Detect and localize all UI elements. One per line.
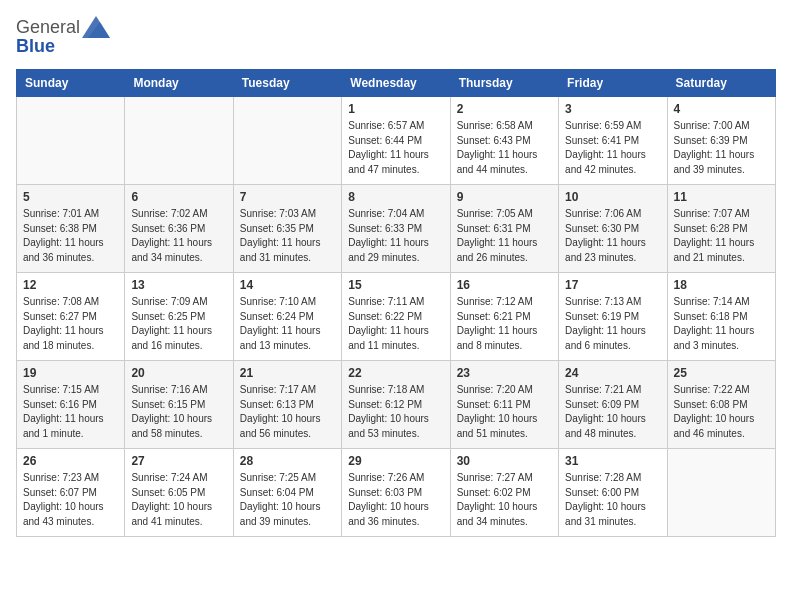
calendar-cell: 13Sunrise: 7:09 AM Sunset: 6:25 PM Dayli… (125, 273, 233, 361)
calendar-cell: 19Sunrise: 7:15 AM Sunset: 6:16 PM Dayli… (17, 361, 125, 449)
logo-blue-text: Blue (16, 36, 55, 57)
header-monday: Monday (125, 70, 233, 97)
day-info: Sunrise: 6:58 AM Sunset: 6:43 PM Dayligh… (457, 119, 552, 177)
calendar-table: SundayMondayTuesdayWednesdayThursdayFrid… (16, 69, 776, 537)
day-number: 26 (23, 454, 118, 468)
calendar-cell: 7Sunrise: 7:03 AM Sunset: 6:35 PM Daylig… (233, 185, 341, 273)
day-number: 3 (565, 102, 660, 116)
day-info: Sunrise: 7:25 AM Sunset: 6:04 PM Dayligh… (240, 471, 335, 529)
calendar-cell: 21Sunrise: 7:17 AM Sunset: 6:13 PM Dayli… (233, 361, 341, 449)
day-number: 12 (23, 278, 118, 292)
calendar-cell: 23Sunrise: 7:20 AM Sunset: 6:11 PM Dayli… (450, 361, 558, 449)
day-number: 5 (23, 190, 118, 204)
calendar-cell: 6Sunrise: 7:02 AM Sunset: 6:36 PM Daylig… (125, 185, 233, 273)
header-saturday: Saturday (667, 70, 775, 97)
day-info: Sunrise: 7:22 AM Sunset: 6:08 PM Dayligh… (674, 383, 769, 441)
calendar-cell (17, 97, 125, 185)
day-number: 30 (457, 454, 552, 468)
calendar-week-3: 12Sunrise: 7:08 AM Sunset: 6:27 PM Dayli… (17, 273, 776, 361)
logo-general: General (16, 17, 80, 38)
logo: General Blue (16, 16, 110, 57)
calendar-cell: 26Sunrise: 7:23 AM Sunset: 6:07 PM Dayli… (17, 449, 125, 537)
day-info: Sunrise: 7:15 AM Sunset: 6:16 PM Dayligh… (23, 383, 118, 441)
calendar-cell: 27Sunrise: 7:24 AM Sunset: 6:05 PM Dayli… (125, 449, 233, 537)
day-info: Sunrise: 7:02 AM Sunset: 6:36 PM Dayligh… (131, 207, 226, 265)
day-number: 6 (131, 190, 226, 204)
calendar-cell: 5Sunrise: 7:01 AM Sunset: 6:38 PM Daylig… (17, 185, 125, 273)
day-number: 15 (348, 278, 443, 292)
day-info: Sunrise: 7:11 AM Sunset: 6:22 PM Dayligh… (348, 295, 443, 353)
header-friday: Friday (559, 70, 667, 97)
day-info: Sunrise: 7:01 AM Sunset: 6:38 PM Dayligh… (23, 207, 118, 265)
day-number: 29 (348, 454, 443, 468)
calendar-cell: 2Sunrise: 6:58 AM Sunset: 6:43 PM Daylig… (450, 97, 558, 185)
day-info: Sunrise: 7:14 AM Sunset: 6:18 PM Dayligh… (674, 295, 769, 353)
calendar-cell: 17Sunrise: 7:13 AM Sunset: 6:19 PM Dayli… (559, 273, 667, 361)
header-sunday: Sunday (17, 70, 125, 97)
day-number: 7 (240, 190, 335, 204)
day-info: Sunrise: 7:27 AM Sunset: 6:02 PM Dayligh… (457, 471, 552, 529)
calendar-cell: 10Sunrise: 7:06 AM Sunset: 6:30 PM Dayli… (559, 185, 667, 273)
calendar-cell: 4Sunrise: 7:00 AM Sunset: 6:39 PM Daylig… (667, 97, 775, 185)
day-number: 27 (131, 454, 226, 468)
calendar-cell: 8Sunrise: 7:04 AM Sunset: 6:33 PM Daylig… (342, 185, 450, 273)
day-info: Sunrise: 7:08 AM Sunset: 6:27 PM Dayligh… (23, 295, 118, 353)
calendar-cell: 30Sunrise: 7:27 AM Sunset: 6:02 PM Dayli… (450, 449, 558, 537)
calendar-cell: 15Sunrise: 7:11 AM Sunset: 6:22 PM Dayli… (342, 273, 450, 361)
day-info: Sunrise: 7:03 AM Sunset: 6:35 PM Dayligh… (240, 207, 335, 265)
page-header: General Blue (16, 16, 776, 57)
day-number: 20 (131, 366, 226, 380)
day-number: 13 (131, 278, 226, 292)
calendar-cell (125, 97, 233, 185)
day-info: Sunrise: 7:12 AM Sunset: 6:21 PM Dayligh… (457, 295, 552, 353)
calendar-cell: 3Sunrise: 6:59 AM Sunset: 6:41 PM Daylig… (559, 97, 667, 185)
day-info: Sunrise: 7:17 AM Sunset: 6:13 PM Dayligh… (240, 383, 335, 441)
day-number: 18 (674, 278, 769, 292)
calendar-cell: 16Sunrise: 7:12 AM Sunset: 6:21 PM Dayli… (450, 273, 558, 361)
day-number: 24 (565, 366, 660, 380)
day-info: Sunrise: 7:20 AM Sunset: 6:11 PM Dayligh… (457, 383, 552, 441)
calendar-cell: 18Sunrise: 7:14 AM Sunset: 6:18 PM Dayli… (667, 273, 775, 361)
calendar-week-4: 19Sunrise: 7:15 AM Sunset: 6:16 PM Dayli… (17, 361, 776, 449)
day-number: 17 (565, 278, 660, 292)
day-number: 21 (240, 366, 335, 380)
day-number: 1 (348, 102, 443, 116)
day-number: 14 (240, 278, 335, 292)
day-info: Sunrise: 7:06 AM Sunset: 6:30 PM Dayligh… (565, 207, 660, 265)
day-info: Sunrise: 7:10 AM Sunset: 6:24 PM Dayligh… (240, 295, 335, 353)
calendar-cell: 31Sunrise: 7:28 AM Sunset: 6:00 PM Dayli… (559, 449, 667, 537)
calendar-week-5: 26Sunrise: 7:23 AM Sunset: 6:07 PM Dayli… (17, 449, 776, 537)
day-number: 11 (674, 190, 769, 204)
calendar-cell (233, 97, 341, 185)
calendar-week-2: 5Sunrise: 7:01 AM Sunset: 6:38 PM Daylig… (17, 185, 776, 273)
calendar-body: 1Sunrise: 6:57 AM Sunset: 6:44 PM Daylig… (17, 97, 776, 537)
day-number: 8 (348, 190, 443, 204)
header-wednesday: Wednesday (342, 70, 450, 97)
calendar-week-1: 1Sunrise: 6:57 AM Sunset: 6:44 PM Daylig… (17, 97, 776, 185)
calendar-cell: 25Sunrise: 7:22 AM Sunset: 6:08 PM Dayli… (667, 361, 775, 449)
day-number: 22 (348, 366, 443, 380)
day-info: Sunrise: 6:57 AM Sunset: 6:44 PM Dayligh… (348, 119, 443, 177)
calendar-cell: 14Sunrise: 7:10 AM Sunset: 6:24 PM Dayli… (233, 273, 341, 361)
day-info: Sunrise: 7:18 AM Sunset: 6:12 PM Dayligh… (348, 383, 443, 441)
calendar-cell: 11Sunrise: 7:07 AM Sunset: 6:28 PM Dayli… (667, 185, 775, 273)
day-info: Sunrise: 7:23 AM Sunset: 6:07 PM Dayligh… (23, 471, 118, 529)
day-info: Sunrise: 7:07 AM Sunset: 6:28 PM Dayligh… (674, 207, 769, 265)
day-info: Sunrise: 6:59 AM Sunset: 6:41 PM Dayligh… (565, 119, 660, 177)
calendar-cell: 28Sunrise: 7:25 AM Sunset: 6:04 PM Dayli… (233, 449, 341, 537)
day-info: Sunrise: 7:26 AM Sunset: 6:03 PM Dayligh… (348, 471, 443, 529)
day-number: 4 (674, 102, 769, 116)
calendar-cell (667, 449, 775, 537)
day-number: 25 (674, 366, 769, 380)
day-info: Sunrise: 7:21 AM Sunset: 6:09 PM Dayligh… (565, 383, 660, 441)
day-number: 9 (457, 190, 552, 204)
day-number: 31 (565, 454, 660, 468)
day-info: Sunrise: 7:00 AM Sunset: 6:39 PM Dayligh… (674, 119, 769, 177)
day-number: 19 (23, 366, 118, 380)
day-number: 16 (457, 278, 552, 292)
calendar-cell: 29Sunrise: 7:26 AM Sunset: 6:03 PM Dayli… (342, 449, 450, 537)
day-info: Sunrise: 7:05 AM Sunset: 6:31 PM Dayligh… (457, 207, 552, 265)
header-thursday: Thursday (450, 70, 558, 97)
calendar-cell: 9Sunrise: 7:05 AM Sunset: 6:31 PM Daylig… (450, 185, 558, 273)
day-number: 10 (565, 190, 660, 204)
